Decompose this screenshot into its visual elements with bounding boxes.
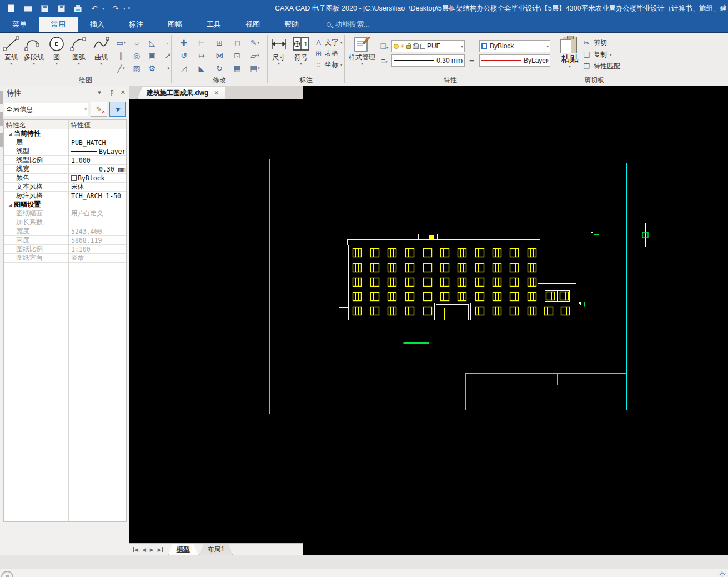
arc-tool-dropdown[interactable]: ▾ (78, 62, 80, 66)
property-row[interactable]: 高度5868.119 (4, 236, 126, 245)
circle-tool-button[interactable]: 圆▾ (46, 34, 68, 67)
menu-tab[interactable]: 图幅 (155, 17, 194, 32)
property-row[interactable]: 线型比例1.000 (4, 156, 126, 165)
property-row[interactable]: 线宽0.30 mm (4, 165, 126, 174)
clear-style-button[interactable]: ✎ (91, 102, 107, 117)
offset-icon[interactable]: ▱▾ (248, 49, 262, 62)
edit-icon[interactable]: ✎▾ (248, 37, 262, 49)
menu-tab[interactable]: 标注 (117, 17, 155, 32)
print-icon[interactable] (72, 3, 83, 13)
block-insert-icon[interactable]: ▣ (145, 49, 159, 62)
linewidth-tool-icon[interactable]: ≡▾ (377, 56, 391, 66)
property-row[interactable]: 标注风格TCH_ARCH 1-50 (4, 192, 126, 200)
menu-tab[interactable]: 工具 (194, 17, 233, 32)
linetype-combo-arrow[interactable]: ▾ (546, 59, 549, 63)
explode-icon[interactable]: ▦ (230, 62, 244, 74)
new-file-icon[interactable] (6, 3, 17, 13)
next-tab-icon[interactable]: ▶ (150, 547, 154, 553)
symbol-dropdown[interactable]: ▾ (300, 62, 302, 66)
dimension-button[interactable]: 尺寸 ▾ (268, 34, 290, 67)
move-icon[interactable]: ✚ (177, 37, 190, 49)
text-tool-dropdown[interactable]: ▾ (340, 41, 343, 44)
hatch-icon[interactable]: ▨ (130, 62, 143, 74)
layer-combo-arrow[interactable]: ▾ (461, 44, 463, 49)
linewidth-combo-arrow[interactable]: ▾ (461, 59, 463, 63)
open-file-icon[interactable] (22, 3, 33, 13)
match-properties-button[interactable]: ❐特性匹配 (582, 62, 620, 71)
undo-dropdown[interactable]: ▾ (102, 6, 104, 11)
gear-icon[interactable]: ⚙ (145, 62, 159, 74)
style-manager-dropdown[interactable]: ▾ (361, 62, 363, 66)
linetype-combo[interactable]: ByLayer ▾ (479, 54, 550, 67)
customize-toolbar-icon[interactable]: ≡ (128, 6, 130, 11)
property-row[interactable]: 颜色ByBlock (4, 174, 126, 183)
save-all-icon[interactable] (56, 3, 67, 13)
property-group-row[interactable]: ◢当前特性 (4, 129, 126, 138)
menu-tab[interactable]: 常用 (39, 17, 78, 32)
layer-tool-icon[interactable]: ❏▾ (377, 41, 391, 51)
polygon-icon[interactable]: ◺ (145, 37, 159, 49)
property-row[interactable]: 图纸方向竖放 (4, 254, 126, 263)
first-tab-icon[interactable]: ◀ (133, 547, 138, 553)
drawing-canvas[interactable]: 建筑施工图成果.dwg ✕ ◀ ◀ ▶ ▶ 模型 布局1 (129, 86, 728, 555)
hatch-edit-icon[interactable]: ▤▾ (248, 62, 262, 74)
tab-layout1[interactable]: 布局1 (199, 544, 233, 555)
panel-menu-icon[interactable]: ▾ (98, 89, 101, 97)
stretch-icon[interactable]: ⊓ (230, 37, 244, 49)
mirror-icon[interactable]: ⋈ (213, 49, 226, 62)
fillet-icon[interactable]: ◿ (177, 62, 190, 74)
layer-combo[interactable]: ☀ PUE ▾ (391, 40, 465, 52)
save-icon[interactable] (39, 3, 50, 13)
curve-tool-dropdown[interactable]: ▾ (100, 62, 102, 66)
property-row[interactable]: 宽度5243.400 (4, 227, 126, 236)
pin-icon[interactable]: 卩 (108, 89, 114, 97)
chamfer-icon[interactable]: ◣ (195, 62, 208, 74)
circle-tool-dropdown[interactable]: ▾ (56, 62, 58, 66)
rectangle-icon[interactable]: ▭▾ (114, 37, 128, 49)
axis-line-icon[interactable]: ╱▾ (114, 62, 128, 74)
double-line-icon[interactable]: ∥ (114, 49, 128, 62)
close-icon[interactable]: ✕ (121, 89, 125, 97)
polyline-tool-dropdown[interactable]: ▾ (33, 62, 35, 66)
building-elevation-drawing[interactable] (129, 86, 728, 555)
property-group-row[interactable]: ◢图幅设置 (4, 200, 126, 209)
collapse-triangle-icon[interactable]: ◢ (8, 203, 12, 208)
property-row[interactable]: 线型ByLayer (4, 147, 126, 156)
symbol-button[interactable]: .1 符号 ▾ (290, 34, 312, 67)
redo-icon[interactable]: ↷ (110, 3, 121, 13)
menu-tab[interactable]: 插入 (78, 17, 117, 32)
property-row[interactable]: 文本风格宋体 (4, 183, 126, 192)
select-entity-button[interactable]: ➤ (109, 102, 126, 117)
undo-icon[interactable]: ↶ (89, 3, 100, 13)
array-icon[interactable]: ⊞ (213, 37, 226, 49)
concentric-circle-icon[interactable]: ◎ (130, 49, 143, 62)
prev-tab-icon[interactable]: ◀ (142, 547, 146, 553)
coordinate-tool-dropdown[interactable]: ▾ (340, 63, 343, 67)
text-tool-button[interactable]: A文字▾ (314, 38, 343, 47)
dimension-dropdown[interactable]: ▾ (278, 62, 280, 66)
break-icon[interactable]: ↦ (195, 49, 208, 62)
color-combo[interactable]: ByBlock ▾ (479, 40, 550, 52)
line-tool-button[interactable]: 直线▾ (0, 34, 22, 67)
table-tool-button[interactable]: ⊞表格 (314, 49, 343, 58)
trim-icon[interactable]: ⊢ (195, 37, 208, 49)
redo-dropdown[interactable]: ▾ (123, 6, 125, 11)
coordinate-tool-button[interactable]: ∷坐标▾ (314, 60, 343, 69)
linetype-tool-icon[interactable]: ≣ (465, 56, 479, 66)
color-combo-arrow[interactable]: ▾ (546, 44, 549, 49)
ellipse-icon[interactable]: ○ (130, 37, 143, 49)
linewidth-combo[interactable]: 0.30 mm ▾ (391, 54, 465, 67)
menu-tab[interactable]: 视图 (233, 17, 272, 32)
rotate-copy-icon[interactable]: ↻ (213, 62, 226, 74)
cut-button[interactable]: ✂剪切 (582, 38, 620, 48)
property-row[interactable]: 层PUB_HATCH (4, 138, 126, 147)
line-tool-dropdown[interactable]: ▾ (10, 62, 12, 66)
scope-combo-arrow[interactable]: ▾ (84, 107, 87, 112)
polyline-tool-button[interactable]: 多段线▾ (22, 34, 46, 67)
property-row[interactable]: 图纸幅面用户自定义 (4, 209, 126, 218)
tab-model[interactable]: 模型 (168, 544, 198, 555)
property-row[interactable]: 图纸比例1:100 (4, 245, 126, 254)
arc-tool-button[interactable]: 圆弧▾ (68, 34, 90, 67)
scope-combo[interactable]: 全局信息 ▾ (4, 103, 88, 116)
collapse-triangle-icon[interactable]: ◢ (8, 132, 12, 137)
